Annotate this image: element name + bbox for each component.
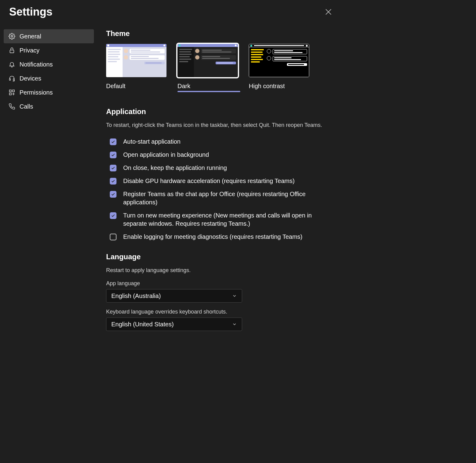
page-title: Settings bbox=[9, 5, 52, 18]
keyboard-language-note: Keyboard language overrides keyboard sho… bbox=[106, 309, 335, 315]
chevron-down-icon bbox=[232, 293, 237, 298]
svg-point-2 bbox=[11, 35, 13, 37]
application-check-row: Register Teams as the chat app for Offic… bbox=[106, 188, 335, 209]
sidebar-item-label: Devices bbox=[20, 75, 41, 82]
phone-icon bbox=[9, 103, 15, 110]
application-check-row: Enable logging for meeting diagnostics (… bbox=[106, 230, 335, 243]
svg-rect-6 bbox=[9, 90, 11, 92]
close-icon bbox=[324, 8, 332, 16]
svg-rect-7 bbox=[13, 90, 14, 92]
svg-rect-8 bbox=[9, 93, 11, 95]
gear-icon bbox=[9, 33, 15, 40]
checkbox-label: On close, keep the application running bbox=[123, 164, 335, 172]
language-heading: Language bbox=[106, 253, 335, 261]
checkbox[interactable] bbox=[110, 165, 116, 171]
headset-icon bbox=[9, 75, 15, 82]
theme-option-high-contrast[interactable]: High contrast bbox=[249, 44, 312, 92]
application-heading: Application bbox=[106, 107, 335, 116]
theme-thumb-high-contrast bbox=[249, 44, 309, 77]
checkbox[interactable] bbox=[110, 138, 116, 145]
settings-sidebar: General Privacy Notifications Devices Pe… bbox=[0, 29, 98, 334]
checkbox-label: Turn on new meeting experience (New meet… bbox=[123, 211, 335, 228]
theme-thumb-dark bbox=[177, 44, 238, 77]
checkbox-label: Disable GPU hardware acceleration (requi… bbox=[123, 177, 335, 185]
keyboard-language-select[interactable]: English (United States) bbox=[106, 318, 242, 331]
sidebar-item-notifications[interactable]: Notifications bbox=[4, 57, 94, 71]
app-language-select[interactable]: English (Australia) bbox=[106, 289, 242, 303]
theme-option-default[interactable]: Default bbox=[106, 44, 169, 92]
svg-rect-5 bbox=[13, 79, 15, 81]
checkbox-label: Open application in background bbox=[123, 151, 335, 159]
application-check-row: Open application in background bbox=[106, 148, 335, 161]
app-language-label: App language bbox=[106, 280, 335, 287]
sidebar-item-general[interactable]: General bbox=[4, 29, 94, 43]
lock-icon bbox=[9, 47, 15, 54]
checkbox[interactable] bbox=[110, 152, 116, 158]
sidebar-item-devices[interactable]: Devices bbox=[4, 71, 94, 85]
sidebar-item-label: Privacy bbox=[20, 47, 40, 54]
svg-rect-3 bbox=[10, 50, 14, 53]
theme-label: Dark bbox=[177, 83, 240, 90]
close-button[interactable] bbox=[324, 8, 332, 16]
checkbox-label: Enable logging for meeting diagnostics (… bbox=[123, 233, 335, 241]
checkbox-label: Auto-start application bbox=[123, 138, 335, 146]
svg-rect-4 bbox=[9, 79, 11, 81]
application-check-row: Auto-start application bbox=[106, 135, 335, 148]
sidebar-item-label: Calls bbox=[20, 103, 33, 110]
checkbox-label: Register Teams as the chat app for Offic… bbox=[123, 190, 335, 206]
theme-label: Default bbox=[106, 83, 169, 90]
theme-heading: Theme bbox=[106, 29, 335, 38]
sidebar-item-privacy[interactable]: Privacy bbox=[4, 43, 94, 57]
theme-label: High contrast bbox=[249, 83, 312, 90]
sidebar-item-label: Notifications bbox=[20, 61, 53, 68]
application-check-row: Turn on new meeting experience (New meet… bbox=[106, 209, 335, 230]
language-note: Restart to apply language settings. bbox=[106, 267, 335, 274]
application-checks: Auto-start applicationOpen application i… bbox=[106, 135, 335, 243]
sidebar-item-label: General bbox=[20, 33, 41, 40]
checkbox[interactable] bbox=[110, 191, 116, 198]
keyboard-language-value: English (United States) bbox=[111, 321, 174, 328]
checkbox[interactable] bbox=[110, 234, 116, 240]
application-check-row: On close, keep the application running bbox=[106, 161, 335, 174]
theme-thumb-default bbox=[106, 44, 166, 77]
settings-content: Theme bbox=[98, 29, 342, 334]
sidebar-item-permissions[interactable]: Permissions bbox=[4, 85, 94, 99]
app-language-value: English (Australia) bbox=[111, 293, 161, 300]
apps-icon bbox=[9, 89, 15, 96]
application-check-row: Disable GPU hardware acceleration (requi… bbox=[106, 174, 335, 188]
settings-header: Settings bbox=[0, 0, 342, 18]
bell-icon bbox=[9, 61, 15, 68]
theme-options: Default bbox=[106, 44, 335, 92]
theme-option-dark[interactable]: Dark bbox=[177, 44, 240, 92]
checkbox[interactable] bbox=[110, 178, 116, 185]
sidebar-item-calls[interactable]: Calls bbox=[4, 99, 94, 113]
checkbox[interactable] bbox=[110, 212, 116, 219]
chevron-down-icon bbox=[232, 322, 237, 327]
sidebar-item-label: Permissions bbox=[20, 89, 53, 96]
application-note: To restart, right-click the Teams icon i… bbox=[106, 122, 335, 128]
